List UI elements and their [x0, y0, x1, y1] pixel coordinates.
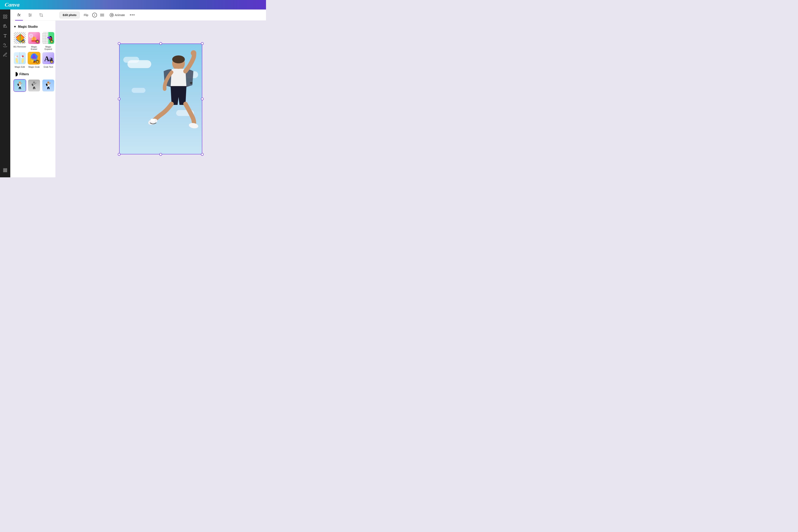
svg-rect-52	[20, 87, 21, 89]
svg-rect-2	[3, 17, 5, 18]
animate-button[interactable]: Animate	[107, 12, 127, 19]
svg-rect-73	[190, 82, 192, 84]
svg-point-48	[19, 81, 21, 83]
magic-studio-title: Magic Studio	[18, 25, 38, 28]
grab-text-label: Grab Text	[43, 66, 53, 68]
svg-rect-6	[5, 168, 6, 169]
filter-mono[interactable]	[28, 79, 40, 92]
magic-eraser-thumb: 👑	[28, 32, 40, 44]
svg-rect-58	[34, 87, 35, 89]
tab-crop[interactable]	[36, 10, 47, 21]
magic-studio-icon: ✦	[14, 24, 16, 29]
handle-top-left[interactable]	[118, 42, 120, 45]
sidebar-item-shapes[interactable]	[1, 22, 9, 30]
magic-studio-grid: 👑 BG Remover	[14, 32, 52, 68]
filters-icon	[14, 72, 18, 76]
svg-rect-10	[6, 170, 7, 171]
bg-remover-label: BG Remover	[14, 45, 26, 48]
animate-icon	[110, 13, 114, 17]
magic-expand-thumb: 👑	[42, 32, 55, 44]
filters-header: Filters	[14, 72, 52, 76]
grab-text-thumb: Aa 👑	[42, 52, 55, 64]
tools-content: ✦ Magic Studio	[10, 21, 55, 95]
handle-top-right[interactable]	[201, 42, 204, 45]
magic-edit-thumb	[14, 52, 26, 64]
more-button[interactable]: •••	[129, 12, 136, 19]
filter-vivid[interactable]	[42, 79, 55, 92]
feature-magic-expand[interactable]: 👑 Magic Expand	[42, 32, 55, 50]
edit-photo-button[interactable]: Edit photo	[59, 12, 80, 18]
svg-point-67	[172, 55, 185, 63]
tools-panel: fx ✦ Magic Studio	[10, 10, 55, 177]
toolbar-tabs: fx	[10, 10, 55, 21]
feature-magic-grab[interactable]: Olivia 👆 👑	[28, 52, 40, 68]
feature-bg-remover[interactable]: 👑 BG Remover	[14, 32, 26, 50]
info-icon[interactable]: i	[92, 13, 97, 17]
feature-magic-eraser[interactable]: 👑 Magic Eraser	[28, 32, 40, 50]
handle-middle-right[interactable]	[201, 98, 204, 100]
sidebar-item-elements[interactable]	[1, 13, 9, 21]
svg-point-40	[21, 58, 24, 63]
canva-logo: Canva	[5, 2, 20, 8]
svg-rect-64	[48, 87, 50, 89]
svg-rect-12	[5, 171, 6, 172]
left-sidebar	[0, 10, 10, 177]
tab-effects[interactable]: fx	[14, 10, 24, 21]
filter-original[interactable]	[14, 79, 26, 92]
filters-grid	[14, 79, 52, 92]
magic-expand-label: Magic Expand	[42, 45, 55, 50]
svg-rect-5	[3, 168, 4, 169]
svg-point-42	[21, 56, 22, 58]
tab-adjust[interactable]	[24, 10, 36, 21]
canvas-area: Edit photo Flip i Animate •••	[55, 10, 266, 177]
svg-point-27	[30, 35, 32, 37]
svg-point-26	[30, 34, 33, 37]
hamburger-icon	[100, 14, 104, 16]
sidebar-item-text[interactable]	[1, 32, 9, 40]
svg-marker-28	[47, 36, 51, 39]
sidebar-item-apps[interactable]	[1, 166, 9, 174]
magic-eraser-label: Magic Eraser	[28, 45, 40, 50]
handle-middle-left[interactable]	[118, 98, 120, 100]
magic-edit-label: Magic Edit	[15, 66, 25, 68]
svg-rect-7	[6, 168, 7, 169]
svg-point-39	[16, 56, 18, 57]
photo-container[interactable]	[119, 43, 202, 154]
svg-rect-3	[5, 17, 7, 18]
magic-studio-header: ✦ Magic Studio	[14, 24, 52, 29]
svg-point-33	[51, 38, 52, 39]
flip-button[interactable]: Flip	[81, 12, 91, 18]
handle-bottom-left[interactable]	[118, 153, 120, 156]
hand-cursor-icon: 👆	[30, 58, 35, 62]
grab-text-crown: 👑	[50, 60, 54, 63]
filters-title: Filters	[19, 73, 29, 76]
menu-button[interactable]	[98, 12, 106, 19]
sidebar-item-uploads[interactable]	[1, 41, 9, 49]
handle-top-middle[interactable]	[159, 42, 162, 45]
svg-rect-0	[3, 15, 5, 16]
svg-point-37	[15, 58, 18, 63]
sidebar-item-draw[interactable]	[1, 51, 9, 59]
magic-grab-label: Magic Grab	[28, 66, 40, 68]
svg-point-19	[29, 16, 30, 16]
svg-point-70	[191, 50, 196, 56]
svg-rect-74	[151, 119, 155, 122]
svg-point-60	[47, 81, 49, 83]
feature-magic-edit[interactable]: Magic Edit	[14, 52, 26, 68]
svg-rect-11	[3, 171, 4, 172]
more-icon: •••	[130, 13, 135, 17]
svg-point-72	[188, 122, 199, 129]
handle-bottom-middle[interactable]	[159, 153, 162, 156]
photo-image	[119, 43, 202, 154]
top-bar: Canva	[0, 0, 266, 10]
svg-rect-36	[19, 52, 20, 64]
svg-rect-1	[5, 15, 7, 16]
svg-rect-8	[3, 170, 4, 171]
bg-remover-crown: 👑	[21, 40, 25, 43]
magic-eraser-crown: 👑	[36, 40, 39, 43]
handle-bottom-right[interactable]	[201, 153, 204, 156]
canvas-workspace[interactable]	[55, 21, 266, 177]
svg-point-18	[31, 15, 31, 16]
feature-grab-text[interactable]: Aa 👑 Grab Text	[42, 52, 55, 68]
magic-grab-thumb: Olivia 👆 👑	[28, 52, 40, 64]
